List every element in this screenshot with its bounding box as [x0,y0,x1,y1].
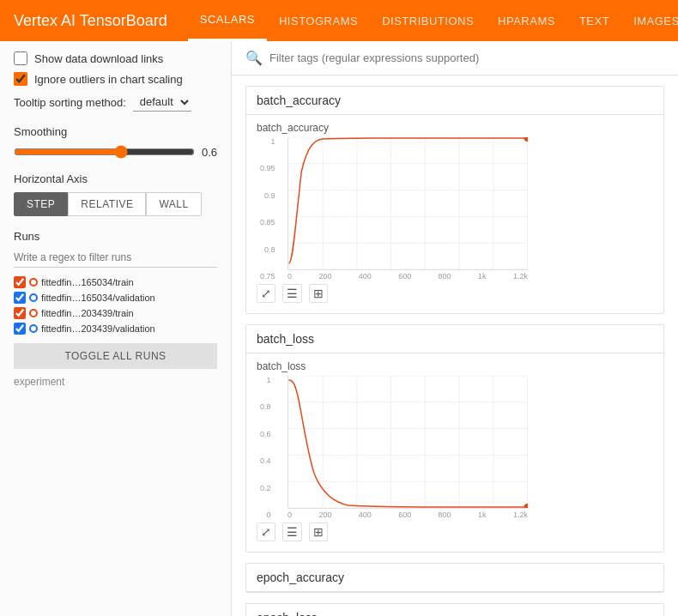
svg-point-27 [524,504,528,508]
chart-area-batch-loss [288,376,528,509]
nav-images[interactable]: IMAGES [621,0,678,41]
run-text-4: fittedfin…203439/validation [41,323,155,334]
runs-section: Runs fittedfin…165034/train fittedfin…16… [14,230,217,388]
smoothing-section: Smoothing 0.6 [14,125,217,159]
show-download-row: Show data download links [14,51,217,65]
axis-buttons: STEP RELATIVE WALL [14,192,217,216]
tooltip-row: Tooltip sorting method: default [14,93,217,112]
filter-bar: 🔍 [232,41,678,75]
run-checkbox-2[interactable] [14,292,26,304]
run-checkbox-3[interactable] [14,307,26,319]
main-layout: Show data download links Ignore outliers… [0,41,678,616]
run-item-3: fittedfin…203439/train [14,307,217,319]
axis-relative-btn[interactable]: RELATIVE [68,192,146,216]
tag-filter-input[interactable] [269,51,664,64]
nav-hparams[interactable]: HPARAMS [486,0,567,41]
smoothing-row: 0.6 [14,145,217,159]
section-epoch-accuracy: epoch_accuracy [245,563,664,593]
ignore-outliers-row: Ignore outliers in chart scaling [14,72,217,86]
run-checkbox-4[interactable] [14,323,26,335]
sidebar: Show data download links Ignore outliers… [0,41,232,616]
run-dot-1 [29,278,38,287]
smoothing-slider[interactable] [14,145,195,159]
experiment-label: experiment [14,376,217,388]
ignore-outliers-checkbox[interactable] [14,72,27,86]
expand-btn-batch-accuracy[interactable]: ⤢ [257,284,275,303]
fit-btn-batch-loss[interactable]: ⊞ [309,522,328,541]
tooltip-select[interactable]: default [133,93,191,112]
section-batch-loss: batch_loss batch_loss 10.80.60.40.20 [245,324,664,553]
settings-section: Show data download links Ignore outliers… [14,51,217,112]
runs-filter-input[interactable] [14,248,217,268]
svg-point-13 [524,137,528,142]
run-text-3: fittedfin…203439/train [41,308,134,318]
fit-btn-batch-accuracy[interactable]: ⊞ [309,284,328,303]
toggle-all-runs-button[interactable]: TOGGLE ALL RUNS [14,343,217,369]
x-axis-batch-loss: 02004006008001k1.2k [288,509,528,519]
chart-toolbar-batch-loss: ⤢ ☰ ⊞ [257,519,653,548]
ignore-outliers-label: Ignore outliers in chart scaling [34,73,183,86]
section-header-epoch-loss: epoch_loss [246,604,663,616]
search-icon: 🔍 [245,50,263,66]
smoothing-label: Smoothing [14,125,217,138]
nav-distributions[interactable]: DISTRIBUTIONS [370,0,486,41]
runs-label: Runs [14,230,217,243]
y-axis-batch-loss: 10.80.60.40.20 [260,376,271,519]
nav-bar: SCALARS HISTOGRAMS DISTRIBUTIONS HPARAMS… [188,0,678,41]
run-text-2: fittedfin…165034/validation [41,293,155,303]
axis-step-btn[interactable]: STEP [14,192,68,216]
section-header-batch-loss: batch_loss [246,325,663,353]
run-item-2: fittedfin…165034/validation [14,292,217,304]
nav-text[interactable]: TEXT [567,0,621,41]
section-header-batch-accuracy: batch_accuracy [246,87,663,115]
run-item-1: fittedfin…165034/train [14,276,217,288]
chart-container-batch-accuracy: batch_accuracy 10.950.90.850.80.75 [246,115,663,313]
data-btn-batch-accuracy[interactable]: ☰ [282,284,302,303]
h-axis-label: Horizontal Axis [14,172,217,185]
chart-title-batch-accuracy: batch_accuracy [257,122,653,134]
data-btn-batch-loss[interactable]: ☰ [282,522,302,541]
run-item-4: fittedfin…203439/validation [14,323,217,335]
y-axis-batch-accuracy: 10.950.90.850.80.75 [260,137,275,281]
run-checkbox-1[interactable] [14,276,26,288]
expand-btn-batch-loss[interactable]: ⤢ [257,522,275,541]
run-dot-3 [29,309,38,317]
run-text-1: fittedfin…165034/train [41,277,134,287]
nav-scalars[interactable]: SCALARS [188,0,267,41]
axis-wall-btn[interactable]: WALL [146,192,201,216]
chart-container-batch-loss: batch_loss 10.80.60.40.20 [246,353,663,552]
section-epoch-loss: epoch_loss [245,603,664,616]
chart-toolbar-batch-accuracy: ⤢ ☰ ⊞ [257,281,653,310]
chart-area-batch-accuracy [288,137,528,270]
smoothing-value: 0.6 [202,146,217,159]
main-content: 🔍 batch_accuracy batch_accuracy 10.950.9… [232,41,678,616]
run-dot-2 [29,293,38,302]
nav-histograms[interactable]: HISTOGRAMS [267,0,370,41]
show-download-label: Show data download links [34,52,163,65]
brand-logo: Vertex AI TensorBoard [14,12,167,30]
top-nav: Vertex AI TensorBoard SCALARS HISTOGRAMS… [0,0,678,41]
chart-title-batch-loss: batch_loss [257,360,653,372]
show-download-checkbox[interactable] [14,51,27,65]
section-batch-accuracy: batch_accuracy batch_accuracy 10.950.90.… [245,86,664,314]
runs-list: fittedfin…165034/train fittedfin…165034/… [14,276,217,335]
run-dot-4 [29,324,38,333]
tooltip-label: Tooltip sorting method: [14,96,126,109]
x-axis-batch-accuracy: 02004006008001k1.2k [288,270,528,281]
section-header-epoch-accuracy: epoch_accuracy [246,564,663,592]
h-axis-section: Horizontal Axis STEP RELATIVE WALL [14,172,217,216]
